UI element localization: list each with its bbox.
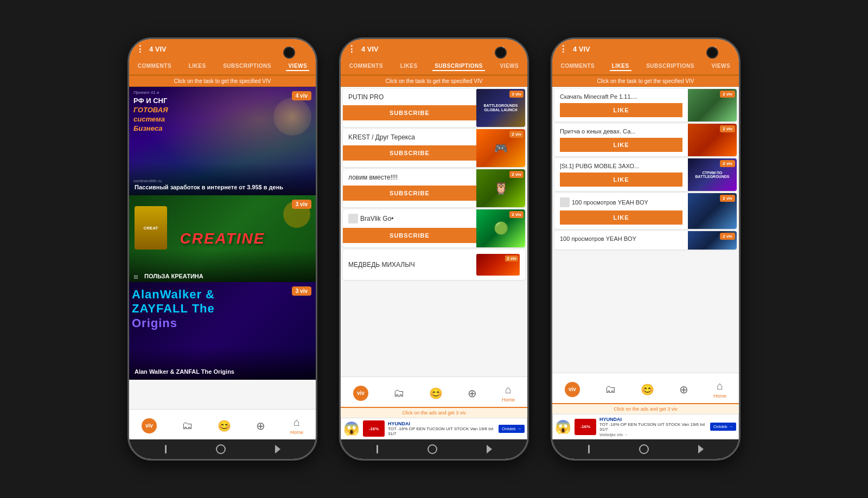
home-icon-3: ⌂: [717, 380, 723, 392]
card-1-subtitle: Проект #1 в: [133, 90, 159, 95]
add-icon-3: ⊕: [679, 383, 688, 396]
gesture-forward-1: [275, 445, 280, 454]
like-card-5-left: 100 просмотров YEAH BOY: [554, 231, 688, 250]
home-icon-1: ⌂: [293, 416, 300, 429]
home-icon-2: ⌂: [505, 384, 512, 396]
phone-3-ad-bar[interactable]: Click on the ads and get 3 viv: [552, 403, 739, 414]
nav-emoji-2[interactable]: 😊: [429, 387, 443, 400]
like-badge-2: 2 viv: [720, 125, 735, 132]
nav-emoji-3[interactable]: 😊: [641, 383, 654, 396]
nav-viv-3[interactable]: viv: [565, 382, 580, 397]
sub-card-2-left: KREST / Друг Терекса SUBSCRIBE: [343, 129, 476, 167]
card-1-text: Пассивный заработок в интернете от 3.95$…: [135, 183, 283, 191]
nav-add-2[interactable]: ⊕: [468, 387, 477, 400]
view-card-2[interactable]: CREATINE CREAT 🖼 ПОЛЬЗА КРЕАТИНА 3 viv: [129, 195, 316, 282]
phone-3-bottom-nav: viv 🗂 😊 ⊕ ⌂ Home: [552, 373, 739, 403]
card-3-text: Alan Walker & ZANFAL The Origins: [135, 368, 234, 375]
like-btn-2[interactable]: LIKE: [560, 138, 682, 152]
like-card-3-row: [St.1] PUBG MOBILE ЗАХО... LIKE СТРИМ ПО…: [554, 158, 737, 191]
ad-cta-3[interactable]: Ontdek →: [710, 423, 736, 431]
card-1-domain: continentlife.ru: [133, 178, 162, 183]
view-card-1[interactable]: Проект #1 в РФ И СНГГОТОВАЯсистемаБизнес…: [129, 87, 316, 195]
phone-3-camera: [706, 47, 718, 59]
sub-thumb-4: 🟢 2 viv: [476, 209, 525, 247]
status-left-3: ⋮ 4 VIV: [559, 44, 590, 54]
nav-home-3[interactable]: ⌂ Home: [713, 380, 726, 399]
sub-card-3-left: ловим вместе!!!! SUBSCRIBE: [343, 169, 476, 207]
phones-container: ⋮ 4 VIV H COMMENTS LIKES SUBSCRIPTIONS V…: [117, 27, 751, 471]
subscribe-btn-4[interactable]: SUBSCRIBE: [343, 228, 476, 243]
tab-comments-1[interactable]: COMMENTS: [136, 62, 174, 71]
nav-viv-1[interactable]: viv: [142, 418, 157, 433]
nav-emoji-1[interactable]: 😊: [218, 419, 231, 432]
ad-text-3: HYUNDAI TOT -16% OP EEN TUCSON UIT STOCK…: [599, 417, 707, 437]
views-list: Проект #1 в РФ И СНГГОТОВАЯсистемаБизнес…: [129, 87, 316, 380]
view-card-3[interactable]: AlanWalker &ZAYFALL TheOrigins Alan Walk…: [129, 282, 316, 380]
like-badge-4: 2 viv: [720, 195, 735, 202]
card-2-title: CREATINE: [180, 230, 265, 247]
ad-brand-2: HYUNDAI: [388, 421, 495, 426]
like-btn-1[interactable]: LIKE: [560, 103, 682, 117]
like-thumb-3: СТРИМ ПОBATTLEGROUNDS 2 viv: [688, 158, 737, 191]
gesture-home-circle-1: [216, 444, 226, 454]
tab-views-2[interactable]: VIEWS: [497, 62, 521, 71]
tab-comments-2[interactable]: COMMENTS: [347, 62, 385, 71]
subscribe-btn-2[interactable]: SUBSCRIBE: [343, 145, 476, 161]
ad-cta-2[interactable]: Ontdek →: [499, 425, 525, 433]
nav-add-3[interactable]: ⊕: [679, 383, 688, 396]
list-icon-2: 🗂: [393, 387, 404, 399]
card-1-title: РФ И СНГГОТОВАЯсистемаБизнеса: [133, 97, 168, 133]
nav-viv-2[interactable]: viv: [353, 386, 368, 401]
sub-card-2-header: KREST / Друг Терекса: [343, 129, 476, 145]
tab-likes-2[interactable]: LIKES: [398, 62, 420, 71]
card-2-icon: 🖼: [133, 275, 138, 280]
phone-2-ad-content[interactable]: 😱 -16% HYUNDAI TOT -16% OP EEN TUCSON UI…: [341, 418, 527, 439]
like-card-2-left: Притча о юных девах. Са... LIKE: [554, 124, 688, 156]
sub-name-5: МЕДВЕДЬ МИХАЛЫЧ: [348, 261, 415, 269]
thumb-2-emoji: 🎮: [494, 142, 508, 155]
like-btn-4[interactable]: LIKE: [560, 210, 682, 225]
phone-2-content: PUTIN PRO SUBSCRIBE BATTLEGROUNDSGLOBAL …: [341, 87, 527, 376]
card-3-badge: 3 viv: [292, 286, 311, 296]
nav-home-1[interactable]: ⌂ Home: [290, 416, 303, 435]
ad-emoji-2: 😱: [343, 421, 360, 436]
sub-badge-3: 2 viv: [509, 171, 524, 178]
card-1-badge: 4 viv: [292, 91, 311, 100]
like-card-2-row: Притча о юных девах. Са... LIKE 2 viv: [554, 124, 737, 156]
tab-comments-3[interactable]: COMMENTS: [559, 62, 597, 71]
nav-list-2[interactable]: 🗂: [393, 387, 404, 399]
nav-list-3[interactable]: 🗂: [605, 383, 616, 395]
tab-views-3[interactable]: VIEWS: [709, 62, 732, 71]
subscribe-btn-3[interactable]: SUBSCRIBE: [343, 186, 476, 201]
phone-2-ad-bar[interactable]: Click on the ads and get 3 viv: [341, 407, 527, 418]
three-dots-icon-1: ⋮: [136, 44, 144, 54]
ad-text-2: HYUNDAI TOT -16% OP EEN TUCSON UIT STOCK…: [388, 421, 495, 436]
phone-3-ad-content[interactable]: 😱 -16% HYUNDAI TOT -16% OP EEN TUCSON UI…: [552, 414, 739, 439]
tab-likes-3[interactable]: LIKES: [610, 62, 631, 71]
nav-list-1[interactable]: 🗂: [182, 419, 193, 432]
card-2-badge: 3 viv: [292, 200, 311, 209]
like-card-2: Притча о юных девах. Са... LIKE 2 viv: [554, 124, 737, 156]
subscribe-btn-1[interactable]: SUBSCRIBE: [343, 105, 476, 120]
tab-subscriptions-1[interactable]: SUBSCRIPTIONS: [221, 62, 273, 71]
home-label-2: Home: [502, 397, 515, 403]
phone-3-screen: ⋮ 4 VIV H COMMENTS LIKES SUBSCRIPTIONS V…: [552, 39, 739, 459]
tab-views-1[interactable]: VIEWS: [286, 62, 309, 71]
phone-1-camera: [283, 47, 295, 59]
sub-card-1-left: PUTIN PRO SUBSCRIBE: [343, 89, 476, 127]
like-btn-3[interactable]: LIKE: [560, 173, 682, 187]
sub-4-header-inner: BraVlik Go•: [348, 214, 394, 224]
sub-card-4: BraVlik Go• SUBSCRIBE 🟢 2 viv: [343, 209, 525, 247]
like-card-1: Скачать Minecraft Pe 1.11.... LIKE 2 viv: [554, 89, 737, 122]
tab-subscriptions-2[interactable]: SUBSCRIPTIONS: [432, 62, 485, 71]
sub-badge-2: 2 viv: [509, 131, 524, 138]
gesture-back-2: [376, 445, 378, 454]
sub-thumb-img-1: BATTLEGROUNDSGLOBAL LAUNCH 3 viv: [476, 89, 525, 127]
sub-card-4-row: BraVlik Go• SUBSCRIBE 🟢 2 viv: [343, 209, 525, 247]
app-title-1: 4 VIV: [149, 45, 167, 53]
tab-likes-1[interactable]: LIKES: [187, 62, 208, 71]
nav-home-2[interactable]: ⌂ Home: [502, 384, 515, 403]
nav-add-1[interactable]: ⊕: [256, 419, 265, 432]
tab-subscriptions-3[interactable]: SUBSCRIPTIONS: [644, 62, 697, 71]
thumb-1-label: BATTLEGROUNDSGLOBAL LAUNCH: [484, 104, 518, 113]
